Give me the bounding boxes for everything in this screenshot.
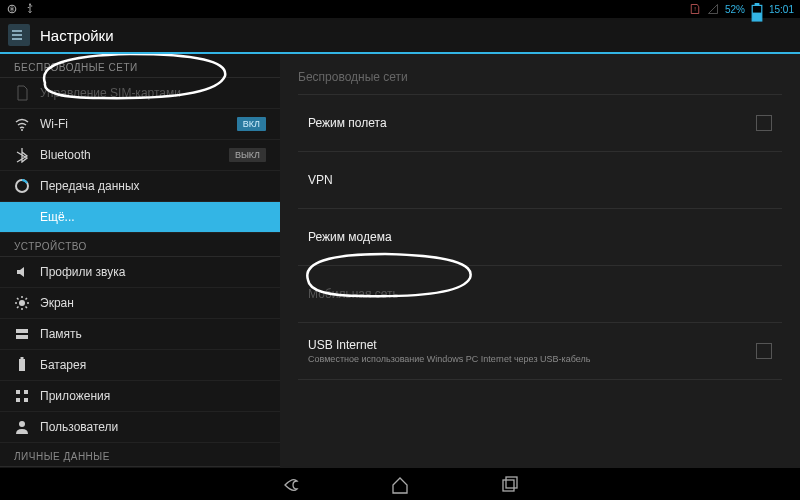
- sidebar-item-apps[interactable]: Приложения: [0, 381, 280, 412]
- sidebar-item-label: Wi-Fi: [40, 117, 227, 131]
- section-header-personal: ЛИЧНЫЕ ДАННЫЕ: [0, 443, 280, 467]
- sidebar-item-label: Bluetooth: [40, 148, 219, 162]
- setting-label: Мобильная сеть: [308, 287, 772, 301]
- sidebar-item-display[interactable]: Экран: [0, 288, 280, 319]
- battery-icon: [751, 3, 763, 15]
- setting-tethering[interactable]: Режим модема: [298, 209, 782, 266]
- users-icon: [14, 419, 30, 435]
- blank-icon: [14, 209, 30, 225]
- bluetooth-icon: [14, 147, 30, 163]
- setting-usb-internet[interactable]: USB Internet Совместное использование Wi…: [298, 323, 782, 380]
- wifi-icon: [14, 116, 30, 132]
- usb-icon: [24, 3, 36, 15]
- navigation-bar: [0, 468, 800, 500]
- setting-label: VPN: [308, 173, 772, 187]
- sim-icon: [14, 85, 30, 101]
- svg-rect-15: [16, 398, 20, 402]
- action-bar: Настройки: [0, 18, 800, 54]
- svg-rect-12: [21, 357, 24, 359]
- bluetooth-toggle[interactable]: ВЫКЛ: [229, 148, 266, 162]
- svg-rect-11: [19, 359, 25, 371]
- svg-rect-14: [24, 390, 28, 394]
- data-usage-icon: [14, 178, 30, 194]
- display-icon: [14, 295, 30, 311]
- sidebar-item-battery[interactable]: Батарея: [0, 350, 280, 381]
- sidebar-item-wifi[interactable]: Wi-Fi ВКЛ: [0, 109, 280, 140]
- section-header-wireless: БЕСПРОВОДНЫЕ СЕТИ: [0, 54, 280, 78]
- svg-rect-10: [16, 335, 28, 339]
- settings-content: Беспроводные сети Режим полета VPN Режим…: [280, 54, 800, 468]
- content-header: Беспроводные сети: [298, 64, 782, 95]
- sd-alert-icon: !: [689, 3, 701, 15]
- sidebar-item-sound[interactable]: Профили звука: [0, 257, 280, 288]
- battery-percent: 52%: [725, 4, 745, 15]
- page-title: Настройки: [40, 27, 114, 44]
- sidebar-item-label: Управление SIM-картами: [40, 86, 266, 100]
- sidebar-item-users[interactable]: Пользователи: [0, 412, 280, 443]
- svg-rect-19: [506, 477, 517, 488]
- home-button[interactable]: [390, 475, 410, 495]
- sidebar-item-storage[interactable]: Память: [0, 319, 280, 350]
- sidebar-item-label: Память: [40, 327, 266, 341]
- sidebar-item-sim: Управление SIM-картами: [0, 78, 280, 109]
- storage-icon: [14, 326, 30, 342]
- settings-app-icon[interactable]: [8, 24, 30, 46]
- sidebar-item-more[interactable]: Ещё...: [0, 202, 280, 233]
- sidebar-item-label: Ещё...: [40, 210, 266, 224]
- sidebar-item-label: Экран: [40, 296, 266, 310]
- svg-rect-13: [16, 390, 20, 394]
- sidebar-item-label: Батарея: [40, 358, 266, 372]
- recents-button[interactable]: [500, 475, 520, 495]
- signal-icon: [707, 3, 719, 15]
- usb-internet-checkbox[interactable]: [756, 343, 772, 359]
- clock: 15:01: [769, 4, 794, 15]
- status-bar: ! 52% 15:01: [0, 0, 800, 18]
- airplane-checkbox[interactable]: [756, 115, 772, 131]
- sidebar-item-label: Профили звука: [40, 265, 266, 279]
- setting-airplane-mode[interactable]: Режим полета: [298, 95, 782, 152]
- setting-subtitle: Совместное использование Windows PC Inte…: [308, 354, 756, 364]
- setting-label: USB Internet: [308, 338, 756, 352]
- sidebar-item-data-usage[interactable]: Передача данных: [0, 171, 280, 202]
- setting-label: Режим модема: [308, 230, 772, 244]
- sidebar-item-label: Пользователи: [40, 420, 266, 434]
- svg-rect-16: [24, 398, 28, 402]
- usb-debug-icon: [6, 3, 18, 15]
- sidebar-item-bluetooth[interactable]: Bluetooth ВЫКЛ: [0, 140, 280, 171]
- svg-point-1: [29, 4, 31, 6]
- svg-rect-18: [503, 480, 514, 491]
- svg-rect-5: [752, 13, 762, 21]
- svg-rect-4: [755, 3, 760, 5]
- sidebar-item-label: Приложения: [40, 389, 266, 403]
- svg-text:!: !: [694, 6, 696, 12]
- svg-point-17: [19, 421, 25, 427]
- svg-rect-9: [16, 329, 28, 333]
- apps-icon: [14, 388, 30, 404]
- svg-point-6: [21, 129, 23, 131]
- wifi-toggle[interactable]: ВКЛ: [237, 117, 266, 131]
- setting-label: Режим полета: [308, 116, 756, 130]
- settings-sidebar: БЕСПРОВОДНЫЕ СЕТИ Управление SIM-картами…: [0, 54, 280, 468]
- section-header-device: УСТРОЙСТВО: [0, 233, 280, 257]
- battery-item-icon: [14, 357, 30, 373]
- sound-icon: [14, 264, 30, 280]
- svg-point-8: [19, 300, 25, 306]
- setting-vpn[interactable]: VPN: [298, 152, 782, 209]
- setting-mobile-network: Мобильная сеть: [298, 266, 782, 323]
- back-button[interactable]: [280, 475, 300, 495]
- sidebar-item-label: Передача данных: [40, 179, 266, 193]
